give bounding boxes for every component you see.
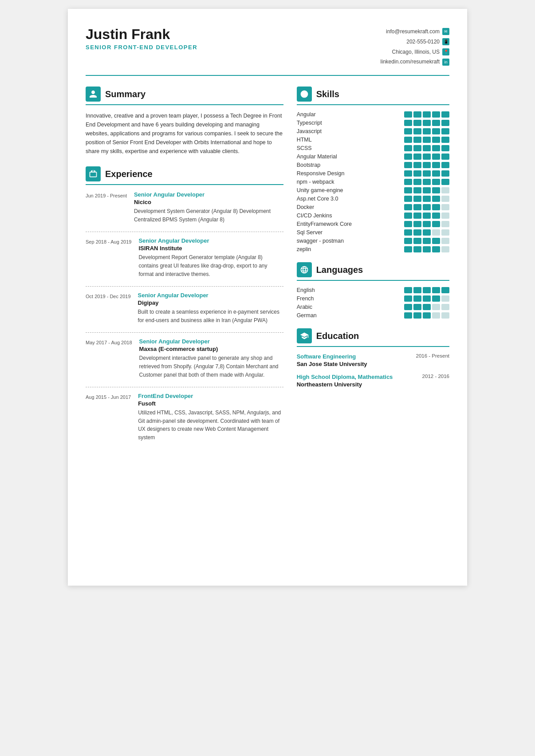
skills-divider — [297, 104, 449, 105]
bar-filled — [423, 120, 431, 126]
edu-header: High School Diploma, Mathematics2012 - 2… — [297, 374, 449, 380]
bar-filled — [413, 154, 421, 160]
language-bars — [404, 304, 449, 310]
bar-filled — [404, 111, 412, 118]
skill-bars — [404, 213, 449, 219]
skill-row: zeplin — [297, 246, 449, 252]
skill-row: Angular Material — [297, 154, 449, 160]
skill-name: HTML — [297, 137, 404, 143]
bar-filled — [423, 128, 431, 134]
phone-row: 202-555-0120 📱 — [381, 37, 449, 47]
skill-row: SCSS — [297, 145, 449, 151]
rocket-svg — [300, 90, 309, 98]
skill-row: Responsive Design — [297, 170, 449, 177]
globe-svg — [300, 265, 309, 274]
bar-filled — [441, 170, 449, 177]
bar-filled — [423, 170, 431, 177]
skill-bars — [404, 221, 449, 227]
bar-filled — [404, 170, 412, 177]
bar-filled — [432, 137, 440, 143]
bar-filled — [404, 162, 412, 168]
skill-name: npm - webpack — [297, 179, 404, 185]
skills-list: AngularTypescriptJavascriptHTMLSCSSAngul… — [297, 111, 449, 252]
skill-bars — [404, 246, 449, 252]
experience-section: Experience Jun 2019 - PresentSenior Angu… — [86, 166, 283, 444]
bar-filled — [432, 196, 440, 202]
bar-filled — [423, 196, 431, 202]
bar-empty — [432, 304, 440, 310]
skill-bars — [404, 145, 449, 151]
bar-filled — [423, 304, 431, 310]
summary-heading: Summary — [105, 89, 146, 99]
exp-content: Senior Angular DeveloperNicicoDevelopmen… — [134, 191, 283, 226]
exp-company: Fusoft — [138, 400, 283, 407]
exp-job-title: Senior Angular Developer — [138, 292, 283, 299]
bar-filled — [413, 196, 421, 202]
language-row: French — [297, 295, 449, 302]
bar-filled — [441, 154, 449, 160]
bar-filled — [404, 238, 412, 244]
location-text: Chicago, Illinois, US — [392, 47, 440, 57]
skill-row: CI/CD Jenkins — [297, 213, 449, 219]
skill-name: swagger - postman — [297, 238, 404, 244]
summary-divider — [86, 104, 283, 105]
exp-desc: Development System Generator (Angular 8)… — [134, 207, 283, 224]
skill-name: Unity game-engine — [297, 187, 404, 193]
bar-filled — [432, 287, 440, 293]
edu-degree: Software Engineering — [297, 353, 413, 360]
header-right: info@resumekraft.com ✉ 202-555-0120 📱 Ch… — [381, 27, 449, 67]
bar-filled — [404, 229, 412, 236]
bar-filled — [404, 154, 412, 160]
experience-item: Oct 2019 - Dec 2019Senior Angular Develo… — [86, 292, 283, 327]
languages-icon — [297, 262, 312, 277]
education-item: High School Diploma, Mathematics2012 - 2… — [297, 374, 449, 388]
exp-company: Maxsa (E-commerce startup) — [139, 346, 283, 352]
body-columns: Summary Innovative, creative and a prove… — [86, 87, 449, 453]
linkedin-icon: in — [442, 59, 449, 66]
bar-filled — [413, 187, 421, 193]
experience-item: May 2017 - Aug 2018Senior Angular Develo… — [86, 338, 283, 382]
linkedin-row: linkedin.com/resumekraft in — [381, 57, 449, 67]
skill-name: SCSS — [297, 145, 404, 151]
languages-list: EnglishFrenchArabicGerman — [297, 287, 449, 319]
exp-desc: Development interactive panel to generat… — [139, 354, 283, 379]
language-bars — [404, 312, 449, 319]
skill-row: EntityFramework Core — [297, 221, 449, 227]
bar-empty — [441, 246, 449, 252]
education-list: Software Engineering2016 - PresentSan Jo… — [297, 353, 449, 388]
briefcase-svg — [89, 169, 98, 178]
bar-filled — [413, 111, 421, 118]
bar-filled — [413, 238, 421, 244]
bar-filled — [423, 229, 431, 236]
bar-filled — [404, 187, 412, 193]
skill-name: Angular Material — [297, 154, 404, 160]
email-icon: ✉ — [442, 28, 449, 35]
summary-section-title: Summary — [86, 87, 283, 102]
bar-filled — [432, 111, 440, 118]
experience-section-title: Experience — [86, 166, 283, 181]
exp-company: ISIRAN Institute — [138, 245, 283, 252]
header-divider — [86, 75, 449, 76]
bar-filled — [404, 179, 412, 185]
bar-filled — [413, 246, 421, 252]
bar-filled — [441, 145, 449, 151]
languages-heading: Languages — [316, 265, 363, 275]
skill-name: EntityFramework Core — [297, 221, 404, 227]
linkedin-text: linkedin.com/resumekraft — [381, 57, 440, 67]
skill-name: Responsive Design — [297, 170, 404, 177]
exp-divider — [86, 286, 283, 287]
exp-desc: Built to create a seamless experience in… — [138, 308, 283, 324]
skill-row: Bootstrap — [297, 162, 449, 168]
education-divider — [297, 346, 449, 347]
bar-filled — [432, 295, 440, 302]
exp-job-title: FrontEnd Developer — [138, 393, 283, 399]
language-name: German — [297, 312, 404, 319]
last-name: Frank — [127, 26, 170, 42]
skill-bars — [404, 154, 449, 160]
bar-filled — [432, 128, 440, 134]
bar-filled — [432, 179, 440, 185]
exp-divider — [86, 387, 283, 387]
bar-filled — [404, 246, 412, 252]
bar-filled — [413, 170, 421, 177]
bar-empty — [441, 312, 449, 319]
